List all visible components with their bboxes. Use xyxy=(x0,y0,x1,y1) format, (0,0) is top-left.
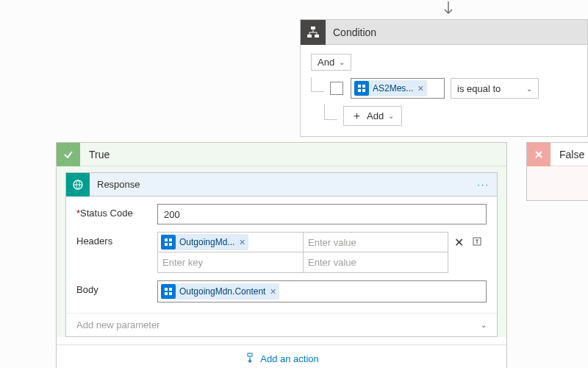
check-icon xyxy=(57,143,80,166)
svg-rect-5 xyxy=(358,89,361,92)
close-icon: ✕ xyxy=(454,236,464,250)
tree-connector xyxy=(324,104,337,120)
headers-grid: OutgoingMd... × Enter value ✕ Enter key xyxy=(157,232,487,273)
chevron-down-icon: ⌄ xyxy=(481,321,487,329)
logic-operator-dropdown[interactable]: And ⌄ xyxy=(311,54,351,71)
chevron-down-icon: ⌄ xyxy=(388,112,394,120)
status-code-input[interactable] xyxy=(157,204,487,224)
false-branch-card: False xyxy=(526,142,588,201)
body-label: Body xyxy=(76,280,157,295)
chevron-down-icon: ⌄ xyxy=(526,85,532,93)
headers-label: Headers xyxy=(76,232,157,247)
condition-operator-dropdown[interactable]: is equal to ⌄ xyxy=(451,78,539,99)
tree-connector xyxy=(311,77,324,92)
svg-rect-0 xyxy=(311,26,315,29)
condition-title: Condition xyxy=(326,26,376,38)
condition-operator-label: is equal to xyxy=(457,83,501,94)
svg-rect-2 xyxy=(315,35,319,38)
add-action-icon xyxy=(244,353,256,364)
expression-token-text: AS2Mes... xyxy=(373,83,413,93)
add-action-label: Add an action xyxy=(260,353,319,364)
response-title: Response xyxy=(90,179,477,190)
header-key-token: OutgoingMd... × xyxy=(161,234,248,250)
response-icon xyxy=(66,173,90,197)
false-branch-title: False xyxy=(551,149,584,160)
add-condition-button[interactable]: ＋ Add ⌄ xyxy=(343,106,402,126)
svg-rect-3 xyxy=(358,85,361,88)
text-mode-icon xyxy=(472,236,484,250)
header-row-delete[interactable]: ✕ xyxy=(448,232,469,252)
svg-rect-15 xyxy=(165,292,168,295)
x-icon xyxy=(527,143,551,166)
condition-row-checkbox[interactable] xyxy=(330,82,343,95)
token-icon xyxy=(161,284,176,299)
svg-rect-1 xyxy=(307,35,312,38)
true-branch-header[interactable]: True xyxy=(57,143,506,166)
body-token-text: OutgoingMdn.Content xyxy=(179,286,265,297)
body-input[interactable]: OutgoingMdn.Content × xyxy=(157,280,487,302)
svg-rect-6 xyxy=(362,89,365,92)
status-code-row: *Status Code xyxy=(76,204,487,224)
add-parameter-dropdown[interactable]: Add new parameter ⌄ xyxy=(66,313,497,336)
header-value-input[interactable]: Enter value xyxy=(303,252,448,273)
svg-rect-4 xyxy=(362,85,365,88)
svg-rect-9 xyxy=(169,238,172,241)
svg-rect-10 xyxy=(165,243,168,246)
condition-body: And ⌄ AS2Mes... × is equal to ⌄ xyxy=(301,45,587,136)
svg-rect-11 xyxy=(169,243,172,246)
headers-row: Headers OutgoingMd... × Ent xyxy=(76,232,487,273)
flow-arrow-down xyxy=(443,1,453,18)
response-header[interactable]: Response ··· xyxy=(66,173,497,197)
condition-add-row: ＋ Add ⌄ xyxy=(324,106,577,126)
header-empty-cell xyxy=(448,252,469,273)
body-token: OutgoingMdn.Content × xyxy=(161,283,279,300)
svg-rect-8 xyxy=(165,238,168,241)
plus-icon: ＋ xyxy=(351,109,362,123)
true-branch-title: True xyxy=(80,149,110,160)
chevron-down-icon: ⌄ xyxy=(339,58,345,66)
true-branch-card: True Response ··· *Status Code Headers xyxy=(56,142,507,368)
condition-icon xyxy=(301,20,326,45)
response-action-card: Response ··· *Status Code Headers xyxy=(65,172,498,337)
svg-rect-14 xyxy=(169,288,172,291)
false-branch-body xyxy=(527,166,588,200)
add-parameter-label: Add new parameter xyxy=(76,319,159,330)
token-icon xyxy=(161,235,176,250)
token-remove-icon[interactable]: × xyxy=(270,286,276,297)
header-value-cell[interactable]: Enter value xyxy=(303,232,448,252)
add-condition-label: Add xyxy=(367,110,384,121)
svg-rect-13 xyxy=(165,288,168,291)
token-icon xyxy=(354,81,369,96)
response-form: *Status Code Headers Outg xyxy=(66,197,497,313)
condition-header[interactable]: Condition xyxy=(301,20,587,45)
header-key-input[interactable]: Enter key xyxy=(157,252,303,273)
status-code-label: *Status Code xyxy=(76,204,157,219)
header-key-token-text: OutgoingMd... xyxy=(179,237,234,247)
token-remove-icon[interactable]: × xyxy=(239,236,245,248)
add-action-button[interactable]: Add an action xyxy=(57,344,506,368)
expression-token: AS2Mes... × xyxy=(354,80,427,96)
false-branch-header[interactable]: False xyxy=(527,143,588,166)
condition-card: Condition And ⌄ AS2Mes... × is equal to … xyxy=(300,19,588,137)
header-key-cell[interactable]: OutgoingMd... × xyxy=(157,232,303,252)
svg-rect-17 xyxy=(248,353,252,356)
more-menu-icon[interactable]: ··· xyxy=(477,179,497,190)
body-row: Body OutgoingMdn.Content × xyxy=(76,280,487,302)
token-remove-icon[interactable]: × xyxy=(417,82,423,94)
condition-operand-left[interactable]: AS2Mes... × xyxy=(351,78,445,99)
headers-switch-mode[interactable] xyxy=(469,232,487,252)
condition-expression-row: AS2Mes... × is equal to ⌄ xyxy=(311,78,577,99)
svg-rect-16 xyxy=(169,292,172,295)
logic-operator-label: And xyxy=(318,57,334,68)
